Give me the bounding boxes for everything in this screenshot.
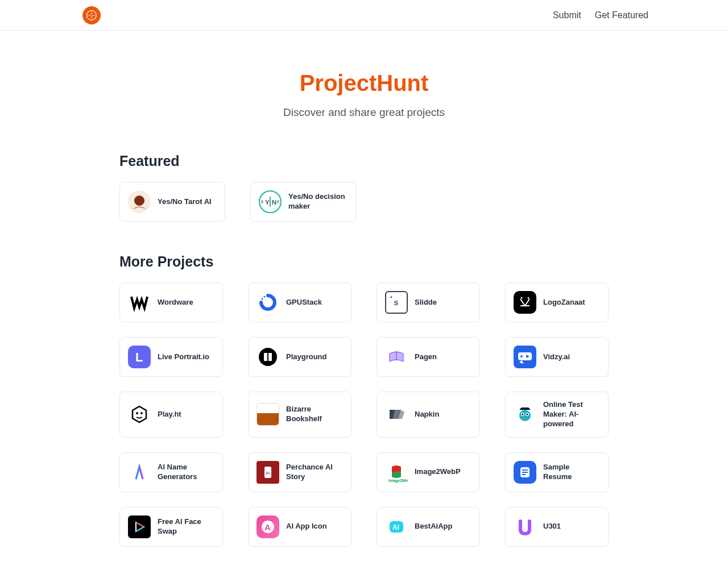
project-card[interactable]: A AI App Icon: [248, 507, 351, 547]
card-title: Playground: [286, 352, 327, 362]
featured-grid: Yes/No Tarot AI Y N Yes/No decision make…: [119, 182, 609, 222]
vidzy-icon: [514, 346, 536, 368]
card-title: Yes/No Tarot AI: [158, 197, 212, 207]
card-title: Sample Resume: [543, 463, 600, 482]
project-card[interactable]: GPUStack: [248, 282, 351, 322]
gpustack-icon: [257, 291, 279, 314]
project-card[interactable]: U301: [505, 507, 609, 547]
aiappicon-icon: A: [257, 516, 279, 538]
u301-icon: [514, 516, 536, 538]
header: Submit Get Featured: [0, 0, 728, 31]
tarot-icon: [128, 190, 151, 213]
perchance-icon: AI: [257, 461, 279, 484]
project-card[interactable]: Ai BestAiApp: [377, 507, 480, 547]
faceswap-icon: [128, 516, 151, 538]
project-card[interactable]: Image2WebP Image2WebP: [377, 452, 480, 492]
card-title: BestAiApp: [415, 522, 452, 531]
svg-point-10: [264, 307, 266, 309]
svg-point-13: [521, 297, 523, 299]
card-title: Free AI Face Swap: [158, 517, 214, 537]
nav-submit[interactable]: Submit: [553, 10, 581, 20]
site-logo[interactable]: [82, 6, 101, 24]
card-title: GPUStack: [286, 298, 322, 307]
svg-point-23: [140, 412, 143, 414]
project-card[interactable]: Playground: [248, 337, 351, 377]
svg-point-9: [264, 296, 266, 298]
liveportrait-icon: L: [128, 346, 151, 368]
svg-point-8: [262, 305, 263, 307]
project-card[interactable]: L Live Portrait.io: [119, 337, 223, 377]
svg-point-1: [90, 14, 92, 16]
logozanaat-icon: [514, 291, 536, 314]
svg-point-27: [522, 414, 524, 415]
hero-title: ProjectHunt: [119, 70, 609, 96]
project-card[interactable]: Vidzy.ai: [505, 337, 609, 377]
main-content: ProjectHunt Discover and share great pro…: [108, 31, 620, 547]
card-title: Wordware: [158, 298, 193, 307]
projects-grid: Wordware GPUStack: [119, 282, 609, 547]
svg-rect-17: [264, 353, 267, 361]
featured-section: Featured Yes/No Tarot AI Y N: [119, 153, 609, 222]
compass-icon: [86, 10, 97, 21]
card-title: Perchance AI Story: [286, 463, 343, 482]
wordware-icon: [128, 291, 151, 314]
svg-text:AI: AI: [266, 471, 270, 476]
card-title: LogoZanaat: [543, 298, 585, 307]
project-card[interactable]: Bizarre Bookshelf: [248, 392, 351, 438]
svg-point-21: [520, 355, 523, 357]
card-title: Live Portrait.io: [158, 352, 209, 362]
featured-card[interactable]: Yes/No Tarot AI: [119, 182, 225, 222]
nav-links: Submit Get Featured: [553, 10, 648, 20]
bizarre-icon: [257, 403, 279, 426]
svg-text:N: N: [272, 198, 276, 206]
project-card[interactable]: Free AI Face Swap: [119, 507, 223, 547]
project-card[interactable]: Sample Resume: [505, 452, 609, 492]
svg-rect-20: [518, 352, 532, 360]
card-title: Bizarre Bookshelf: [286, 405, 343, 424]
yn-icon: Y N: [259, 190, 282, 213]
svg-point-2: [134, 196, 144, 206]
card-title: U301: [543, 522, 561, 531]
hero: ProjectHunt Discover and share great pro…: [119, 31, 609, 153]
svg-point-16: [259, 348, 277, 366]
playht-icon: [128, 403, 151, 426]
project-card[interactable]: Play.ht: [119, 392, 223, 438]
project-card[interactable]: Wordware: [119, 282, 223, 322]
svg-text:S: S: [394, 300, 399, 306]
bestaiapp-icon: Ai: [385, 516, 408, 538]
project-card[interactable]: AI Name Generators: [119, 452, 223, 492]
svg-point-14: [528, 297, 530, 299]
card-title: Pagen: [415, 352, 437, 362]
card-title: AI App Icon: [286, 522, 327, 531]
hero-subtitle: Discover and share great projects: [119, 106, 609, 119]
card-title: Image2WebP: [415, 467, 461, 477]
testmaker-icon: [514, 403, 536, 426]
card-title: Yes/No decision maker: [288, 192, 348, 211]
svg-text:A: A: [264, 522, 271, 532]
project-card[interactable]: LogoZanaat: [505, 282, 609, 322]
project-card[interactable]: Online Test Maker: AI-powered: [505, 392, 609, 438]
card-title: Vidzy.ai: [543, 352, 570, 362]
pagen-icon: [385, 346, 408, 368]
svg-text:Y: Y: [265, 198, 270, 206]
playground-icon: [257, 346, 279, 368]
svg-point-6: [262, 298, 263, 300]
card-title: Slidde: [415, 298, 437, 307]
project-card[interactable]: AI Perchance AI Story: [248, 452, 351, 492]
svg-point-22: [136, 412, 138, 414]
svg-rect-18: [268, 353, 272, 361]
nav-get-featured[interactable]: Get Featured: [595, 10, 648, 20]
slidde-icon: S: [385, 291, 408, 314]
svg-point-7: [260, 302, 262, 304]
svg-point-11: [391, 297, 392, 298]
ainame-icon: [128, 461, 151, 484]
section-title-more: More Projects: [119, 253, 609, 270]
project-card[interactable]: Napkin: [377, 392, 480, 438]
featured-card[interactable]: Y N Yes/No decision maker: [250, 182, 356, 222]
svg-text:L: L: [135, 350, 143, 364]
svg-point-28: [527, 414, 528, 415]
more-projects-section: More Projects Wordware: [119, 253, 609, 547]
project-card[interactable]: Pagen: [377, 337, 480, 377]
svg-text:Image2WebP: Image2WebP: [388, 479, 408, 483]
project-card[interactable]: S Slidde: [377, 282, 480, 322]
